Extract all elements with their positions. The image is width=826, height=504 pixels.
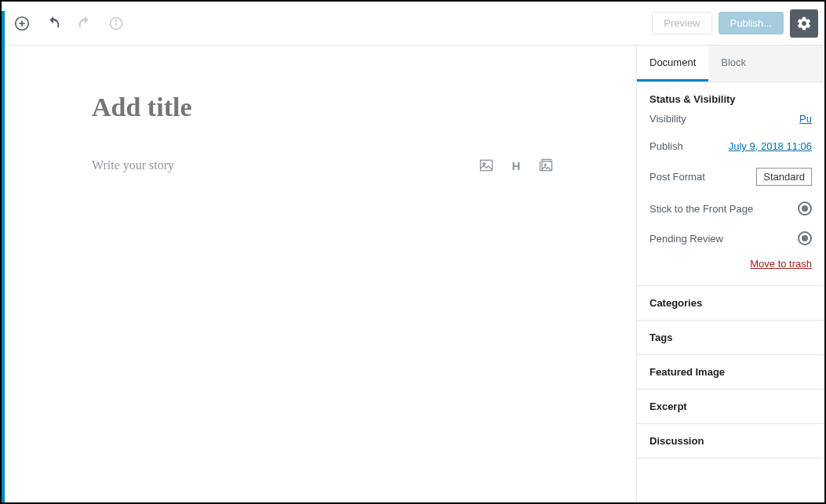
visibility-row: Visibility Pu	[650, 105, 812, 132]
redo-button[interactable]	[71, 9, 99, 38]
visibility-label: Visibility	[650, 113, 686, 125]
content-row: Write your story H	[92, 158, 566, 173]
preview-button[interactable]: Preview	[652, 12, 711, 34]
categories-panel[interactable]: Categories	[637, 286, 824, 321]
gallery-icon	[538, 158, 554, 173]
sidebar-body: Status & Visibility Visibility Pu Publis…	[637, 82, 824, 502]
image-block-button[interactable]	[478, 158, 494, 173]
top-toolbar: Preview Publish...	[2, 2, 824, 45]
image-icon	[478, 158, 494, 173]
excerpt-panel[interactable]: Excerpt	[637, 390, 824, 424]
tab-block[interactable]: Block	[708, 45, 759, 82]
publish-label: Publish	[650, 140, 683, 152]
stick-label: Stick to the Front Page	[650, 203, 753, 215]
settings-button[interactable]	[790, 9, 818, 38]
discussion-title: Discussion	[650, 435, 812, 447]
pending-toggle[interactable]	[798, 231, 812, 245]
post-format-row: Post Format Standard	[650, 160, 812, 194]
discussion-panel[interactable]: Discussion	[637, 424, 824, 459]
main-area: Write your story H Document Block	[2, 45, 824, 502]
stick-toggle[interactable]	[798, 201, 812, 216]
svg-point-5	[115, 20, 116, 21]
categories-title: Categories	[650, 297, 812, 309]
post-format-label: Post Format	[650, 171, 705, 183]
toolbar-right: Preview Publish...	[652, 9, 818, 38]
post-format-select[interactable]: Standard	[756, 168, 812, 186]
pending-label: Pending Review	[650, 233, 723, 245]
stick-row: Stick to the Front Page	[650, 194, 812, 223]
admin-sidebar-sliver	[2, 11, 5, 502]
move-to-trash-link[interactable]: Move to trash	[650, 253, 812, 274]
featured-image-panel[interactable]: Featured Image	[637, 355, 824, 390]
tags-panel[interactable]: Tags	[637, 321, 824, 355]
svg-point-9	[544, 164, 546, 165]
tags-title: Tags	[650, 332, 812, 343]
publish-button[interactable]: Publish...	[719, 12, 784, 34]
sidebar-tabs: Document Block	[637, 45, 824, 82]
svg-rect-6	[481, 160, 493, 170]
gear-icon	[796, 16, 812, 31]
content-placeholder[interactable]: Write your story	[92, 158, 174, 172]
heading-block-button[interactable]: H	[508, 158, 524, 173]
redo-icon	[76, 15, 93, 32]
info-icon	[108, 16, 124, 31]
status-panel-title: Status & Visibility	[650, 93, 812, 105]
toolbar-left	[8, 9, 130, 38]
quick-block-icons: H	[478, 158, 554, 173]
pending-row: Pending Review	[650, 223, 812, 253]
plus-circle-icon	[13, 15, 31, 32]
add-block-button[interactable]	[8, 9, 36, 38]
gallery-block-button[interactable]	[538, 158, 554, 173]
excerpt-title: Excerpt	[650, 401, 812, 412]
tab-document[interactable]: Document	[637, 45, 708, 82]
undo-button[interactable]	[39, 9, 67, 38]
undo-icon	[45, 15, 62, 32]
info-button[interactable]	[102, 9, 130, 38]
svg-point-7	[483, 163, 486, 165]
post-title-input[interactable]	[92, 92, 566, 122]
visibility-value[interactable]: Pu	[799, 113, 812, 125]
featured-image-title: Featured Image	[650, 366, 812, 378]
settings-sidebar: Document Block Status & Visibility Visib…	[636, 45, 824, 502]
status-visibility-panel: Status & Visibility Visibility Pu Publis…	[637, 82, 824, 286]
publish-value[interactable]: July 9, 2018 11:06	[729, 140, 812, 152]
editor-canvas: Write your story H	[2, 45, 636, 502]
publish-row: Publish July 9, 2018 11:06	[650, 132, 812, 160]
